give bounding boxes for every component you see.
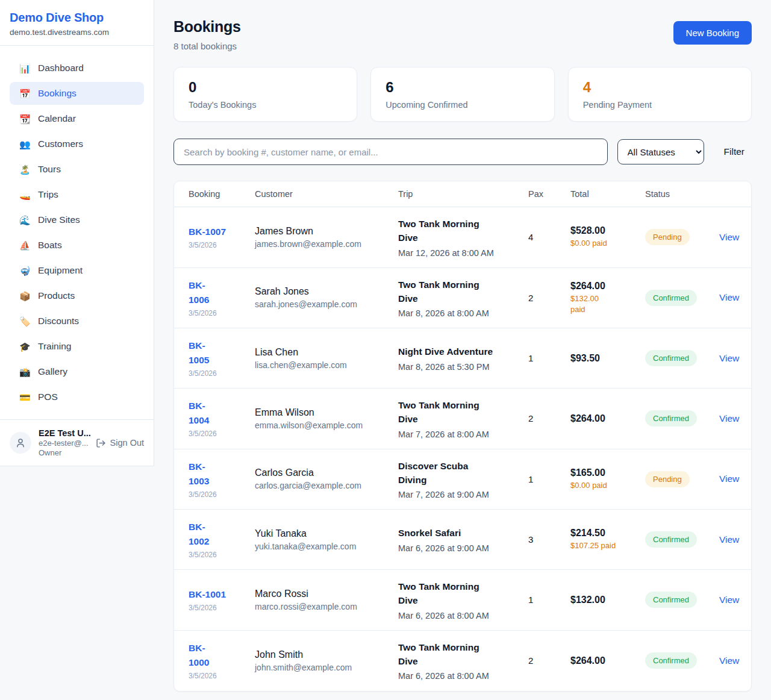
credit-card-icon: 💳 (19, 393, 30, 402)
stat-value: 4 (583, 79, 737, 96)
customer-email: lisa.chen@example.com (255, 360, 398, 370)
page-header: Bookings 8 total bookings New Booking (173, 18, 752, 51)
sign-out-button[interactable]: Sign Out (96, 438, 144, 448)
stat-card: 4 Pending Payment (568, 67, 752, 122)
camera-flash-icon: 📸 (19, 367, 30, 377)
customer-email: john.smith@example.com (255, 663, 398, 672)
speedboat-icon: 🚤 (19, 190, 30, 199)
new-booking-button[interactable]: New Booking (673, 21, 752, 45)
stats-row: 0 Today's Bookings 6 Upcoming Confirmed … (173, 67, 752, 122)
booking-date: 3/5/2026 (189, 241, 255, 249)
trip-datetime: Mar 12, 2026 at 8:00 AM (398, 248, 517, 258)
sidebar-item-boats[interactable]: ⛵ Boats (10, 234, 144, 257)
booking-id-link[interactable]: BK- 1003 (189, 460, 255, 489)
trip-datetime: Mar 6, 2026 at 8:00 AM (398, 671, 517, 681)
stat-label: Today's Bookings (189, 100, 342, 110)
total-amount: $132.00 (570, 595, 645, 605)
user-role: Owner (39, 448, 89, 457)
total-amount: $214.50 (570, 528, 645, 539)
sidebar-item-dive-sites[interactable]: 🌊 Dive Sites (10, 208, 144, 231)
customer-name: Carlos Garcia (255, 467, 398, 478)
sidebar-item-dashboard[interactable]: 📊 Dashboard (10, 57, 144, 80)
sidebar-item-trips[interactable]: 🚤 Trips (10, 183, 144, 206)
sidebar-item-label: Calendar (38, 113, 76, 124)
status-select[interactable]: All Statuses (617, 139, 704, 164)
customer-name: Lisa Chen (255, 347, 398, 358)
table-row: BK- 1005 3/5/2026 Lisa Chen lisa.chen@ex… (174, 328, 751, 389)
booking-id-link[interactable]: BK- 1000 (189, 641, 255, 670)
view-link[interactable]: View (719, 353, 739, 363)
booking-id-link[interactable]: BK- 1002 (189, 520, 255, 549)
booking-date: 3/5/2026 (189, 490, 255, 499)
booking-id-link[interactable]: BK- 1005 (189, 339, 255, 367)
user-name: E2E Test U... (39, 428, 89, 438)
customer-name: Yuki Tanaka (255, 528, 398, 539)
sidebar-item-tours[interactable]: 🏝️ Tours (10, 158, 144, 181)
trip-datetime: Mar 8, 2026 at 8:00 AM (398, 308, 517, 318)
trip-datetime: Mar 7, 2026 at 8:00 AM (398, 430, 517, 439)
sidebar-item-pos[interactable]: 💳 POS (10, 386, 144, 408)
pax-count: 2 (528, 655, 570, 666)
paid-amount: $107.25 paid (570, 540, 645, 551)
trip-name: Two Tank Morning Dive (398, 580, 517, 608)
booking-id-link[interactable]: BK- 1004 (189, 399, 255, 428)
booking-id-link[interactable]: BK-1007 (189, 225, 255, 239)
trip-name: Two Tank Morning Dive (398, 278, 517, 306)
filter-row: All Statuses Filter (173, 139, 752, 165)
view-link[interactable]: View (719, 655, 739, 666)
stat-label: Upcoming Confirmed (386, 100, 539, 110)
pax-count: 1 (528, 474, 570, 484)
sign-out-label: Sign Out (110, 438, 144, 448)
sidebar-item-equipment[interactable]: 🤿 Equipment (10, 259, 144, 282)
sidebar-item-discounts[interactable]: 🏷️ Discounts (10, 310, 144, 333)
status-badge: Confirmed (645, 652, 697, 669)
stat-card: 0 Today's Bookings (173, 67, 357, 122)
sidebar-item-training[interactable]: 🎓 Training (10, 335, 144, 358)
customer-name: Marco Rossi (255, 589, 398, 599)
status-badge: Confirmed (645, 290, 697, 306)
calendar-date-icon: 📅 (19, 89, 30, 98)
sidebar-header: Demo Dive Shop demo.test.divestreams.com (0, 0, 154, 45)
column-header-trip: Trip (398, 181, 528, 207)
sidebar-item-bookings[interactable]: 📅 Bookings (10, 82, 144, 105)
view-link[interactable]: View (719, 473, 739, 484)
sidebar-item-customers[interactable]: 👥 Customers (10, 133, 144, 155)
stat-card: 6 Upcoming Confirmed (370, 67, 554, 122)
customer-email: carlos.garcia@example.com (255, 481, 398, 490)
column-header-total: Total (570, 181, 645, 207)
wave-icon: 🌊 (19, 216, 30, 225)
customer-name: James Brown (255, 226, 398, 237)
trip-datetime: Mar 7, 2026 at 9:00 AM (398, 490, 517, 499)
view-link[interactable]: View (719, 232, 739, 242)
total-amount: $93.50 (570, 353, 645, 364)
table-row: BK- 1000 3/5/2026 John Smith john.smith@… (174, 631, 751, 691)
booking-date: 3/5/2026 (189, 604, 255, 612)
island-icon: 🏝️ (19, 165, 30, 174)
sidebar-nav: 📊 Dashboard 📅 Bookings 📆 Calendar 👥 Cust… (0, 46, 154, 419)
brand-domain: demo.test.divestreams.com (10, 28, 144, 37)
sidebar-item-gallery[interactable]: 📸 Gallery (10, 360, 144, 383)
view-link[interactable]: View (719, 534, 739, 545)
sidebar-item-label: Trips (38, 189, 58, 200)
user-section: E2E Test U... e2e-tester@... Owner Sign … (0, 419, 154, 466)
sidebar-item-products[interactable]: 📦 Products (10, 284, 144, 307)
sidebar-item-label: Dashboard (38, 63, 84, 73)
pax-count: 3 (528, 534, 570, 545)
pax-count: 2 (528, 413, 570, 423)
view-link[interactable]: View (719, 595, 739, 605)
sidebar-item-label: Dive Sites (38, 214, 80, 225)
booking-id-link[interactable]: BK-1001 (189, 587, 255, 602)
bookings-table: Booking Customer Trip Pax Total Status B… (173, 181, 752, 692)
filter-button[interactable]: Filter (724, 146, 744, 157)
view-link[interactable]: View (719, 413, 739, 423)
sidebar-item-calendar[interactable]: 📆 Calendar (10, 107, 144, 130)
status-badge: Confirmed (645, 410, 697, 427)
view-link[interactable]: View (719, 292, 739, 302)
booking-date: 3/5/2026 (189, 369, 255, 378)
column-header-booking: Booking (189, 181, 255, 207)
booking-id-link[interactable]: BK- 1006 (189, 278, 255, 307)
person-icon (15, 437, 26, 448)
search-input[interactable] (173, 139, 608, 165)
bar-chart-icon: 📊 (19, 64, 30, 73)
brand-title: Demo Dive Shop (10, 11, 144, 25)
